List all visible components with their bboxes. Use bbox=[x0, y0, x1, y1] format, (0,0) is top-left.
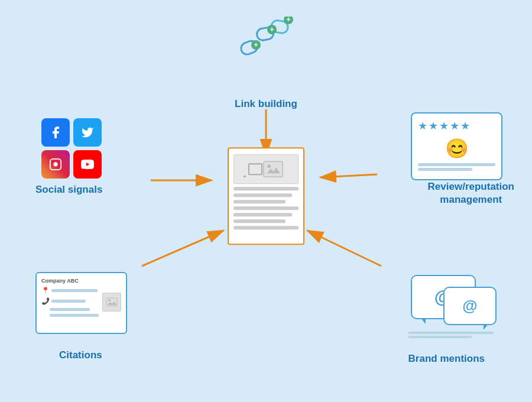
doc-line-1 bbox=[233, 187, 299, 190]
star-3: ★ bbox=[439, 119, 449, 132]
review-line-1 bbox=[418, 163, 495, 166]
link-building-icons: + + + bbox=[233, 17, 299, 76]
chat-line-2 bbox=[408, 336, 472, 338]
citations-box: Company ABC 📍 📞 bbox=[35, 272, 127, 334]
doc-image bbox=[233, 154, 299, 184]
doc-line-7 bbox=[233, 226, 299, 229]
svg-line-3 bbox=[320, 174, 377, 177]
svg-line-5 bbox=[307, 231, 381, 266]
cit-line-3 bbox=[50, 308, 90, 311]
chat-bubble-2: @ bbox=[443, 287, 497, 325]
center-document bbox=[228, 147, 304, 245]
social-icons-group bbox=[41, 118, 102, 179]
review-box: ★ ★ ★ ★ ★ 😊 bbox=[411, 112, 502, 180]
doc-line-4 bbox=[233, 206, 299, 210]
label-citations: Citations bbox=[59, 349, 102, 362]
stars-row: ★ ★ ★ ★ ★ bbox=[418, 119, 495, 132]
svg-point-8 bbox=[267, 164, 271, 168]
review-lines bbox=[418, 163, 495, 171]
chat-lines bbox=[408, 332, 494, 340]
cit-line-4 bbox=[50, 314, 99, 317]
doc-line-3 bbox=[233, 200, 286, 203]
svg-text:+: + bbox=[286, 17, 290, 24]
svg-line-4 bbox=[142, 231, 223, 266]
svg-point-26 bbox=[108, 299, 111, 302]
svg-rect-6 bbox=[264, 161, 283, 177]
citations-company-name: Company ABC bbox=[41, 278, 121, 284]
citations-content: 📍 📞 bbox=[41, 287, 121, 317]
svg-text:+: + bbox=[254, 41, 258, 49]
doc-line-5 bbox=[233, 213, 292, 216]
diagram-container: + + + Link building bbox=[0, 0, 532, 402]
svg-text:+: + bbox=[270, 25, 274, 34]
citations-image-placeholder bbox=[102, 293, 121, 312]
doc-line-6 bbox=[233, 219, 286, 223]
star-2: ★ bbox=[429, 119, 438, 132]
label-brand-mentions: Brand mentions bbox=[408, 352, 485, 365]
label-review-reputation: Review/reputationmanagement bbox=[428, 180, 514, 206]
facebook-icon bbox=[41, 118, 70, 147]
review-line-2 bbox=[418, 168, 472, 171]
youtube-icon bbox=[73, 150, 102, 179]
label-link-building: Link building bbox=[235, 98, 297, 111]
star-4: ★ bbox=[450, 119, 459, 132]
star-5: ★ bbox=[460, 119, 470, 132]
brand-mentions-box: @ @ bbox=[405, 275, 497, 340]
twitter-icon bbox=[73, 118, 102, 147]
instagram-icon bbox=[41, 150, 70, 179]
svg-rect-14 bbox=[275, 22, 284, 31]
cit-line-address bbox=[51, 289, 98, 292]
doc-line-2 bbox=[233, 193, 292, 197]
star-1: ★ bbox=[418, 119, 427, 132]
smiley-icon: 😊 bbox=[418, 137, 495, 160]
label-social-signals: Social signals bbox=[35, 183, 102, 196]
cit-line-phone bbox=[51, 300, 86, 303]
chat-line-1 bbox=[408, 332, 494, 334]
